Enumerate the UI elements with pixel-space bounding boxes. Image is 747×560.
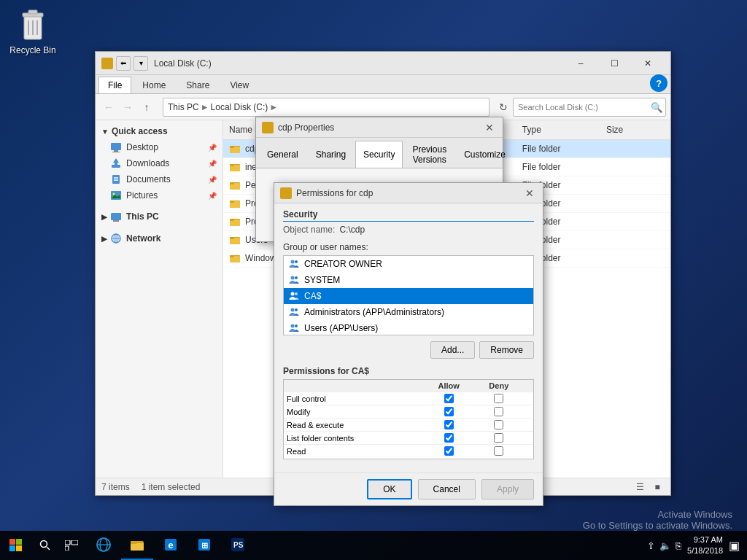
allow-checkbox[interactable] [444,433,454,443]
close-button[interactable]: ✕ [631,52,665,75]
tab-view[interactable]: View [220,77,258,93]
taskbar-app-powershell[interactable]: PS [222,531,254,560]
deny-checkbox[interactable] [494,446,503,456]
list-item[interactable]: CREATOR OWNER [284,256,533,272]
permissions-title-text: Permissions for cdp [296,188,522,198]
deny-checkbox[interactable] [494,433,503,443]
perm-allow-cell [423,432,475,445]
perm-allow-cell [423,392,475,405]
unknown-app-icon: e [163,537,179,553]
pictures-label: Pictures [126,190,158,201]
tab-previous-versions[interactable]: Previous Versions [404,141,454,168]
folder-icon [229,252,241,264]
sidebar-section-quick-access[interactable]: ▼ Quick access [96,123,222,139]
address-bar[interactable]: This PC ► Local Disk (C:) ► [163,98,489,117]
back-button[interactable]: ← [100,98,117,116]
tab-security[interactable]: Security [355,141,403,168]
file-size-cell [600,221,670,222]
search-input[interactable] [513,98,666,117]
tab-customize[interactable]: Customize [456,141,514,168]
permissions-table: Allow Deny Full control Mo [284,380,533,457]
tab-file[interactable]: File [98,77,131,93]
up-button[interactable]: ↑ [138,98,155,116]
properties-tabs: General Sharing Security Previous Versio… [256,138,503,168]
system-tray: ⇧ 🔈 ⎘ [647,540,681,551]
start-button[interactable] [0,531,32,560]
forward-button[interactable]: → [119,98,136,116]
cancel-button[interactable]: Cancel [418,479,476,499]
perm-name-cell: Modify [284,405,423,419]
deny-checkbox[interactable] [494,394,503,403]
this-pc-icon [110,211,122,222]
sidebar-section-this-pc[interactable]: ▶ This PC [96,208,222,225]
quick-access-label: Quick access [112,126,168,136]
sidebar-item-downloads[interactable]: Downloads 📌 [96,155,222,171]
allow-checkbox[interactable] [444,407,454,416]
explorer-title-bar: ⬅ ▾ Local Disk (C:) – ☐ ✕ [96,52,670,75]
speaker-icon[interactable]: 🔈 [659,540,671,551]
downloads-label: Downloads [126,158,169,168]
taskbar-app-explorer[interactable] [121,531,153,560]
ok-button[interactable]: OK [367,479,411,499]
table-row[interactable]: Full control [284,392,533,405]
folder-icon [229,234,241,246]
search-icon-button[interactable]: 🔍 [651,101,663,112]
recycle-bin-icon[interactable]: Recycle Bin [7,7,58,55]
tab-home[interactable]: Home [133,77,175,93]
perm-deny-cell [475,392,523,405]
tab-share[interactable]: Share [177,77,219,93]
tray-icon-1[interactable]: ⇧ [647,540,655,551]
tab-general[interactable]: General [259,141,306,168]
view-details-button[interactable]: ☰ [632,480,647,494]
perm-allow-cell [423,405,475,419]
table-row[interactable]: Read & execute [284,419,533,432]
svg-rect-34 [230,201,234,203]
quick-access-btn-1[interactable]: ⬅ [116,56,131,71]
taskbar-time: 9:37 AM [687,534,723,545]
taskbar-search-button[interactable] [32,532,58,559]
taskbar-app-unknown[interactable]: e [155,531,187,560]
notification-center-button[interactable]: ▣ [729,539,740,553]
add-button[interactable]: Add... [430,341,475,359]
remove-button[interactable]: Remove [479,341,534,359]
taskbar-app-ie[interactable] [88,531,120,560]
perm-allow-cell [423,419,475,432]
list-item[interactable]: CA$ [284,288,533,304]
allow-checkbox[interactable] [444,394,454,403]
help-button[interactable]: ? [650,74,667,92]
apply-button[interactable]: Apply [481,479,534,499]
deny-checkbox[interactable] [494,407,503,416]
col-header-size[interactable]: Size [600,123,670,136]
network-tray-icon[interactable]: ⎘ [676,540,681,551]
view-tiles-button[interactable]: ■ [650,480,665,494]
allow-checkbox[interactable] [444,420,454,429]
svg-rect-61 [71,540,78,545]
refresh-button[interactable]: ↻ [494,98,513,117]
table-row[interactable]: Read [284,445,533,458]
sidebar-section-network[interactable]: ▶ Network [96,230,222,247]
sidebar-item-pictures[interactable]: Pictures 📌 [96,187,222,203]
taskbar: e ⊞ PS ⇧ 🔈 ⎘ [0,531,747,560]
list-item[interactable]: Users (APP\Users) [284,320,533,335]
col-header-type[interactable]: Type [516,123,600,136]
properties-close-button[interactable]: ✕ [482,120,497,135]
list-item[interactable]: Administrators (APP\Administrators) [284,304,533,320]
table-row[interactable]: Modify [284,405,533,419]
minimize-button[interactable]: – [564,52,597,75]
svg-point-51 [295,308,298,311]
tab-sharing[interactable]: Sharing [308,141,354,168]
quick-access-btn-2[interactable]: ▾ [133,56,148,71]
task-view-icon [65,540,78,551]
permissions-close-button[interactable]: ✕ [522,186,537,201]
list-item[interactable]: SYSTEM [284,272,533,288]
sidebar-item-documents[interactable]: Documents 📌 [96,171,222,187]
taskbar-clock[interactable]: 9:37 AM 5/18/2018 [687,534,723,557]
maximize-button[interactable]: ☐ [597,52,631,75]
table-row[interactable]: List folder contents [284,432,533,445]
sidebar-item-desktop[interactable]: Desktop 📌 [96,139,222,155]
allow-checkbox[interactable] [444,446,454,456]
perm-deny-cell [475,445,523,458]
taskbar-app-store[interactable]: ⊞ [188,531,220,560]
deny-checkbox[interactable] [494,420,503,429]
task-view-button[interactable] [58,532,85,559]
